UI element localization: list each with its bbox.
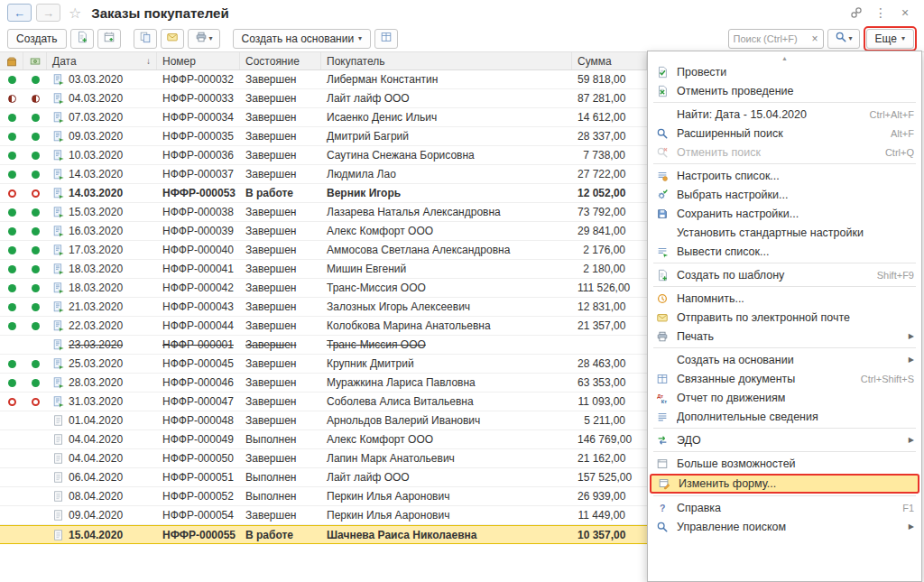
back-button[interactable]: ← (7, 4, 32, 22)
table-row[interactable]: 15.04.2020НФФР-000055В работеШачнева Раи… (0, 525, 647, 544)
menu-item-label: Настроить список... (677, 170, 914, 182)
menu-item-choose-settings[interactable]: Выбрать настройки... (648, 185, 921, 204)
menu-item-edit-form[interactable]: Изменить форму... (650, 474, 919, 494)
cell-payment-status (23, 152, 47, 160)
table-row[interactable]: 01.04.2020НФФР-000048ЗавершенАрнольдов В… (0, 411, 647, 430)
menu-scroll-up-icon[interactable]: ▲ (648, 53, 921, 62)
column-header-number[interactable]: Номер (157, 52, 240, 69)
table-row[interactable]: 04.04.2020НФФР-000049ВыполненАлекс Комфо… (0, 430, 647, 449)
menu-item-undo-post[interactable]: Отменить проведение (648, 81, 921, 100)
cell-state: Завершен (240, 282, 321, 294)
column-header-sum[interactable]: Сумма (572, 52, 647, 69)
menu-item-help[interactable]: ?СправкаF1 (648, 498, 921, 517)
menu-item-movements-report[interactable]: ДтКтОтчет по движениям (648, 388, 921, 407)
cell-number: НФФР-000034 (157, 111, 240, 124)
posted-document-icon (52, 395, 65, 408)
favorite-star-icon[interactable]: ☆ (69, 5, 81, 22)
menu-item-post[interactable]: Провести (648, 62, 921, 81)
table-row[interactable]: 23.03.2020НФФР-000001ЗавершенТранс-Мисси… (0, 336, 647, 355)
menu-item-label: Установить стандартные настройки (677, 226, 914, 239)
table-row[interactable]: 03.03.2020НФФР-000032ЗавершенЛиберман Ко… (0, 70, 647, 89)
table-row[interactable]: 04.04.2020НФФР-000050ЗавершенЛапин Марк … (0, 449, 647, 468)
table-row[interactable]: 10.03.2020НФФР-000036ЗавершенСаутина Сне… (0, 146, 647, 165)
create-based-on-button[interactable]: Создать на основании▾ (233, 29, 372, 49)
print-button[interactable]: ▾ (188, 29, 220, 49)
column-header-customer[interactable]: Покупатель (321, 52, 572, 69)
forward-button[interactable]: → (36, 4, 60, 22)
table-row[interactable]: 16.03.2020НФФР-000039ЗавершенАлекс Комфо… (0, 222, 647, 241)
cell-state: Завершен (240, 452, 321, 465)
half-status-icon (32, 95, 40, 103)
search-options-button[interactable]: ▾ (827, 29, 860, 49)
plain-document-icon (52, 529, 65, 541)
cell-state: Завершен (240, 168, 321, 180)
menu-item-cancel-search[interactable]: Отменить поискCtrl+Q (648, 143, 921, 162)
menu-item-find[interactable]: Найти: Дата - 15.04.2020Ctrl+Alt+F (648, 105, 921, 124)
table-row[interactable]: 18.03.2020НФФР-000041ЗавершенМишин Евген… (0, 260, 647, 279)
cell-payment-status (23, 133, 47, 141)
table-row[interactable]: 08.04.2020НФФР-000052ВыполненПеркин Илья… (0, 487, 647, 506)
table-row[interactable]: 07.03.2020НФФР-000034ЗавершенИсаенко Ден… (0, 108, 647, 127)
table-row[interactable]: 09.04.2020НФФР-000054ЗавершенПеркин Илья… (0, 506, 647, 525)
menu-item-remind[interactable]: Напомнить... (648, 289, 921, 308)
menu-item-additional-info[interactable]: Дополнительные сведения (648, 407, 921, 426)
cell-date: 09.04.2020 (47, 509, 157, 522)
table-row[interactable]: 14.03.2020НФФР-000053В работеВерник Игор… (0, 184, 647, 203)
table-row[interactable]: 17.03.2020НФФР-000040ЗавершенАммосова Св… (0, 241, 647, 260)
table-row[interactable]: 18.03.2020НФФР-000042ЗавершенТранс-Мисси… (0, 279, 647, 298)
table-row[interactable]: 25.03.2020НФФР-000045ЗавершенКрупник Дми… (0, 355, 647, 374)
create-button[interactable]: Создать (7, 29, 67, 49)
column-header-state[interactable]: Состояние (240, 52, 321, 69)
table-row[interactable]: 31.03.2020НФФР-000047ЗавершенСоболева Ал… (0, 393, 647, 411)
cell-customer: Перкин Илья Ааронович (321, 509, 572, 522)
more-button[interactable]: Еще▾ (866, 29, 914, 49)
table-row[interactable]: 06.04.2020НФФР-000051ВыполненЛайт лайф О… (0, 468, 647, 487)
cell-customer: Лапин Марк Анатольевич (321, 452, 572, 465)
create-from-template-button[interactable] (70, 29, 94, 49)
cell-sum: 111 526,00 (572, 282, 647, 294)
posted-document-icon (52, 225, 65, 237)
related-documents-button[interactable] (374, 29, 398, 49)
menu-item-shortcut: Ctrl+Alt+F (869, 109, 914, 120)
column-label: Состояние (245, 55, 300, 68)
send-email-button[interactable] (161, 29, 184, 49)
magnifier-icon (835, 31, 847, 46)
table-row[interactable]: 28.03.2020НФФР-000046ЗавершенМуражкина Л… (0, 374, 647, 393)
menu-item-send-email[interactable]: Отправить по электронной почте (648, 308, 921, 327)
table-row[interactable]: 04.03.2020НФФР-000033ЗавершенЛайт лайф О… (0, 89, 647, 108)
menu-item-more-features[interactable]: Больше возможностей (648, 454, 921, 473)
menu-item-output-list[interactable]: Вывести список... (648, 242, 921, 261)
menu-item-related-documents[interactable]: Связанные документыCtrl+Shift+S (648, 369, 921, 388)
column-header-shipment-status[interactable] (0, 52, 23, 69)
menu-item-configure-list[interactable]: Настроить список... (648, 166, 921, 185)
link-icon[interactable] (846, 4, 866, 22)
menu-item-create-based-on[interactable]: Создать на основании▶ (648, 350, 921, 369)
kebab-menu-icon[interactable]: ⋮ (871, 4, 891, 22)
set-date-interval-button[interactable] (97, 29, 121, 49)
menu-item-advanced-search[interactable]: Расширенный поискAlt+F (648, 124, 921, 143)
search-input[interactable]: Поиск (Ctrl+F) × (728, 29, 824, 49)
column-header-payment-status[interactable] (23, 52, 47, 69)
column-label: Номер (162, 55, 196, 68)
menu-item-save-settings[interactable]: Сохранить настройки... (648, 204, 921, 223)
table-row[interactable]: 14.03.2020НФФР-000037ЗавершенЛюдмила Лао… (0, 165, 647, 184)
cell-date: 18.03.2020 (47, 282, 157, 294)
menu-item-edo[interactable]: ЭДО▶ (648, 430, 921, 449)
cell-number: НФФР-000032 (157, 73, 240, 86)
copy-button[interactable] (134, 29, 157, 49)
menu-item-create-from-template[interactable]: Создать по шаблонуShift+F9 (648, 265, 921, 284)
cell-date: 17.03.2020 (47, 244, 157, 256)
menu-item-search-management[interactable]: Управление поиском▶ (648, 517, 921, 536)
table-row[interactable]: 22.03.2020НФФР-000044ЗавершенКолобкова М… (0, 317, 647, 336)
menu-item-standard-settings[interactable]: Установить стандартные настройки (648, 223, 921, 242)
table-row[interactable]: 21.03.2020НФФР-000043ЗавершенЗалозных Иг… (0, 298, 647, 317)
close-icon[interactable]: × (895, 4, 915, 22)
unpost-icon (654, 84, 670, 98)
table-row[interactable]: 09.03.2020НФФР-000035ЗавершенДмитрий Баг… (0, 127, 647, 146)
clear-search-icon[interactable]: × (808, 32, 818, 45)
printer-icon (195, 31, 208, 46)
table-row[interactable]: 15.03.2020НФФР-000038ЗавершенЛазарева На… (0, 203, 647, 222)
column-header-date[interactable]: Дата↓ (47, 52, 157, 69)
menu-separator (653, 263, 916, 263)
menu-item-print[interactable]: Печать▶ (648, 327, 921, 346)
